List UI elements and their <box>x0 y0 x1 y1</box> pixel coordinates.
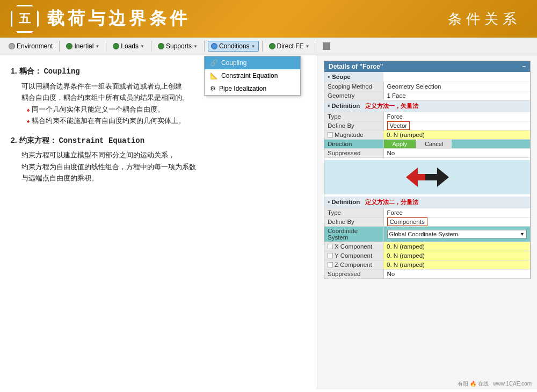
coord-dropdown-container[interactable]: Global Coordinate System ▼ <box>387 230 527 238</box>
ycomp-checkbox[interactable] <box>328 253 333 258</box>
def1-magnitude-row: Magnitude 0. N (ramped) <box>324 130 530 140</box>
def1-direction-label: Direction <box>324 140 383 149</box>
direction-apply-btn[interactable]: Apply <box>384 140 416 148</box>
page-title: 载荷与边界条件 <box>47 7 190 31</box>
def2-collapse-icon: ▪ <box>328 199 330 205</box>
geometry-row: Geometry 1 Face <box>324 91 530 100</box>
def1-header-row: ▪ Definition 定义方法一，矢量法 <box>324 100 530 112</box>
scope-header-row: ▪ Scope <box>324 72 530 82</box>
coord-dropdown-arrow[interactable]: ▼ <box>520 231 525 237</box>
def2-header-cell: ▪ Definition 定义方法二，分量法 <box>324 197 530 208</box>
def2-zcomp-label: Z Component <box>324 260 383 269</box>
def2-xcomp-value: 0. N (ramped) <box>383 242 530 251</box>
coupling-icon: 🔗 <box>210 59 218 67</box>
xcomp-checkbox[interactable] <box>328 244 333 249</box>
def1-suppressed-label: Suppressed <box>324 149 383 158</box>
def1-defineby-label: Define By <box>324 121 383 130</box>
def2-type-row: Type Force <box>324 208 530 217</box>
def1-collapse-icon: ▪ <box>328 103 330 109</box>
def2-type-label: Type <box>324 208 383 217</box>
inertial-dropdown-arrow: ▼ <box>95 44 99 49</box>
toolbar-sep-3 <box>151 41 151 52</box>
section-2-line-3: 与远端点自由度的乘积。 <box>21 172 306 184</box>
bullet-icon-2: ♠ <box>27 117 30 126</box>
toolbar-supports[interactable]: Supports ▼ <box>155 41 201 52</box>
toolbar-sep-6 <box>316 41 316 52</box>
vector-value[interactable]: Vector <box>387 121 410 130</box>
section-2-line-2: 约束方程为自由度值的线性组合，方程中的每一项为系数 <box>21 161 306 172</box>
loads-icon <box>113 43 119 49</box>
constraint-icon: 📐 <box>210 72 218 79</box>
conditions-dropdown-arrow: ▼ <box>251 44 256 49</box>
section-1-bullet-2: ♠ 耦合约束不能施加在有自由度约束的几何实体上。 <box>27 115 306 126</box>
zcomp-checkbox[interactable] <box>328 262 333 267</box>
toolbar: Environment Inertial ▼ Loads ▼ Supports … <box>0 38 537 55</box>
def2-ycomp-value: 0. N (ramped) <box>383 251 530 260</box>
pipe-icon: ⚙ <box>210 85 216 92</box>
def2-type-value: Force <box>383 208 530 217</box>
def2-suppressed-label: Suppressed <box>324 270 383 279</box>
def1-type-label: Type <box>324 112 383 121</box>
inertial-icon <box>66 43 72 49</box>
toolbar-loads[interactable]: Loads ▼ <box>110 41 148 52</box>
def2-coordsys-row: Coordinate System Global Coordinate Syst… <box>324 227 530 242</box>
toolbar-conditions[interactable]: Conditions ▼ <box>208 41 259 52</box>
section-1-bullet-1: ♠ 同一个几何实体只能定义一个耦合自由度。 <box>27 104 306 115</box>
dropdown-constraint-equation[interactable]: 📐 Constraint Equation <box>205 69 300 82</box>
conditions-dropdown: 🔗 Coupling 📐 Constraint Equation ⚙ Pipe … <box>204 56 301 96</box>
toolbar-save[interactable] <box>320 41 333 52</box>
def1-direction-value: Apply Cancel <box>383 140 530 149</box>
geometry-label: Geometry <box>324 91 383 100</box>
supports-icon <box>158 43 164 49</box>
def1-magnitude-label: Magnitude <box>324 130 383 139</box>
def1-header-cell: ▪ Definition 定义方法一，矢量法 <box>324 100 530 112</box>
toolbar-sep-2 <box>106 41 106 52</box>
direction-arrows-area <box>324 160 530 194</box>
def2-defineby-row: Define By Components <box>324 217 530 227</box>
dropdown-pipe-idealization[interactable]: ⚙ Pipe Idealization <box>205 82 300 95</box>
direction-cancel-btn[interactable]: Cancel <box>416 140 452 148</box>
footer-logo: 有阳 🔥 在线 <box>458 381 489 387</box>
section-2-line-1: 约束方程可以建立模型不同部分之间的运动关系， <box>21 149 306 161</box>
dropdown-coupling[interactable]: 🔗 Coupling <box>205 56 300 69</box>
def2-xcomp-label: X Component <box>324 242 383 251</box>
def2-defineby-label: Define By <box>324 217 383 227</box>
section-2: 2. 约束方程： Constraint Equation 约束方程可以建立模型不… <box>11 134 306 184</box>
details-collapse-icon[interactable]: − <box>522 63 526 70</box>
geometry-value: 1 Face <box>383 91 530 100</box>
toolbar-sep-1 <box>59 41 60 52</box>
toolbar-environment[interactable]: Environment <box>5 41 56 52</box>
def1-suppressed-value: No <box>383 149 530 158</box>
toolbar-sep-4 <box>204 41 205 52</box>
def2-ycomp-row: Y Component 0. N (ramped) <box>324 251 530 260</box>
def2-coordsys-label: Coordinate System <box>324 227 383 242</box>
left-panel: 1. 耦合： Coupling 可以用耦合边界条件在一组表面或者边或者点上创建 … <box>0 55 317 389</box>
def1-direction-row: Direction Apply Cancel <box>324 140 530 149</box>
loads-dropdown-arrow: ▼ <box>140 44 144 49</box>
toolbar-sep-5 <box>262 41 263 52</box>
magnitude-checkbox[interactable] <box>328 132 333 137</box>
details-title-text: Details of "Force" <box>329 63 383 70</box>
def2-coordsys-value[interactable]: Global Coordinate System ▼ <box>383 227 530 242</box>
direction-arrows-svg <box>406 165 449 189</box>
def2-xcomp-row: X Component 0. N (ramped) <box>324 242 530 251</box>
def2-defineby-value: Components <box>383 217 530 227</box>
toolbar-inertial[interactable]: Inertial ▼ <box>63 41 103 52</box>
scope-header-cell: ▪ Scope <box>324 72 383 82</box>
right-panel: Details of "Force" − ▪ Scope Scoping Met… <box>317 55 537 389</box>
section-number: 五 <box>11 5 39 33</box>
save-icon <box>323 42 330 50</box>
details-panel: Details of "Force" − ▪ Scope Scoping Met… <box>324 61 531 279</box>
def1-defineby-value: Vector <box>383 121 530 130</box>
right-arrow-shape <box>425 168 449 187</box>
def1-type-row: Type Force <box>324 112 530 121</box>
toolbar-directfe[interactable]: Direct FE ▼ <box>266 41 313 52</box>
def2-suppressed-row: Suppressed No <box>324 270 530 279</box>
details-table-2: ▪ Definition 定义方法二，分量法 Type Force Define… <box>324 197 530 279</box>
components-value[interactable]: Components <box>387 217 427 226</box>
environment-icon <box>9 43 15 49</box>
section-2-title: 2. 约束方程： Constraint Equation <box>11 134 306 148</box>
def2-zcomp-row: Z Component 0. N (ramped) <box>324 260 530 270</box>
def1-defineby-row: Define By Vector <box>324 121 530 130</box>
bullet-icon-1: ♠ <box>27 106 30 115</box>
